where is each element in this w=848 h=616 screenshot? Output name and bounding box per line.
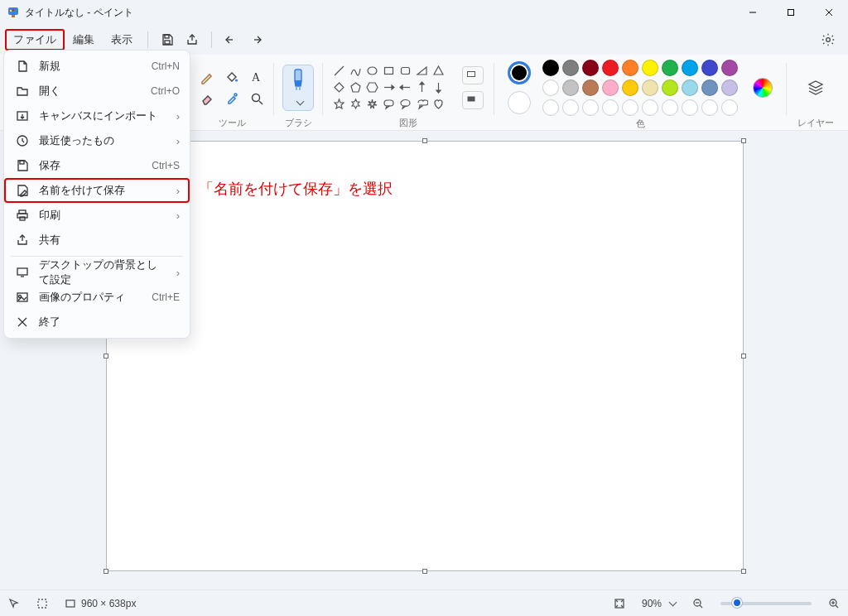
fit-to-window-button[interactable] [614,598,625,609]
color-swatch[interactable] [682,79,698,96]
fill-tool-icon[interactable] [224,69,240,85]
share-icon[interactable] [180,27,205,52]
menu-item-import[interactable]: キャンバスにインポート › [4,103,190,128]
menu-item-exit[interactable]: 終了 [4,310,190,334]
color-swatch[interactable] [562,60,579,76]
menu-file[interactable]: ファイル [5,29,65,51]
zoom-slider[interactable] [720,602,812,605]
color-swatch[interactable] [721,60,738,76]
resize-handle[interactable] [104,354,108,359]
resize-handle[interactable] [741,569,746,574]
color-swatch[interactable] [622,99,638,116]
resize-handle[interactable] [741,354,746,359]
color-swatch[interactable] [582,99,599,116]
ribbon-label-tools: ツール [219,115,246,128]
color-swatch[interactable] [701,79,718,96]
pencil-tool-icon[interactable] [199,69,215,85]
color-swatch[interactable] [682,60,698,76]
zoom-out-button[interactable] [692,598,704,609]
ribbon-group-shapes: 図形 [325,56,492,130]
color-swatch[interactable] [582,79,599,96]
color-swatch[interactable] [701,60,718,76]
chevron-down-icon [667,598,676,609]
ribbon-label-shapes: 図形 [399,115,417,128]
color2-swatch[interactable] [508,91,531,114]
edit-colors-button[interactable] [753,78,773,98]
color-swatch[interactable] [622,60,638,76]
color-swatch[interactable] [562,99,579,116]
save-icon [16,159,29,172]
color-swatch[interactable] [642,99,658,116]
resize-handle[interactable] [422,569,427,574]
svg-marker-39 [386,106,389,108]
settings-button[interactable] [813,25,843,55]
shape-fill-dropdown[interactable] [462,91,484,109]
layers-button[interactable] [795,79,836,97]
color-swatch[interactable] [662,99,678,116]
resize-handle[interactable] [104,569,108,574]
menu-item-save[interactable]: 保存 Ctrl+S [4,153,190,178]
menu-view[interactable]: 表示 [103,29,141,51]
color-swatch[interactable] [662,60,678,76]
shape-outline-dropdown[interactable] [462,66,484,84]
close-button[interactable] [810,0,848,25]
color-swatch[interactable] [602,79,619,96]
color1-swatch[interactable] [508,61,531,84]
color-swatch[interactable] [642,60,658,76]
resize-handle[interactable] [741,138,746,143]
redo-icon[interactable] [243,27,268,52]
slider-knob[interactable] [732,598,742,608]
color-swatch[interactable] [562,79,579,96]
menu-item-save-as[interactable]: 名前を付けて保存 › [4,178,190,203]
color-swatch[interactable] [721,79,738,96]
menu-item-share[interactable]: 共有 [4,228,190,253]
desktop-icon [16,266,29,279]
ribbon-label-color: 色 [636,116,645,129]
chevron-down-icon [294,96,303,108]
color-swatch[interactable] [721,99,738,116]
resize-handle[interactable] [422,138,427,143]
svg-marker-24 [335,83,344,92]
magnifier-tool-icon[interactable] [248,90,265,107]
color-swatch[interactable] [582,60,599,76]
picker-tool-icon[interactable] [224,90,240,107]
color-swatch[interactable] [542,99,559,116]
menu-item-open[interactable]: 開く Ctrl+O [4,79,190,103]
canvas[interactable] [106,141,744,571]
brush-dropdown[interactable] [282,65,314,111]
color-swatch[interactable] [642,79,658,96]
color-swatch[interactable] [542,60,559,76]
save-icon[interactable] [155,27,180,52]
minimize-button[interactable] [734,0,772,25]
menu-item-properties[interactable]: 画像のプロパティ Ctrl+E [4,285,190,310]
text-tool-icon[interactable]: A [248,69,265,85]
svg-point-4 [15,10,17,12]
menu-item-print[interactable]: 印刷 › [4,203,190,228]
color-swatch[interactable] [602,60,619,76]
color-swatch[interactable] [682,99,698,116]
svg-marker-37 [368,99,377,108]
svg-point-15 [253,94,260,101]
zoom-level[interactable]: 90% [642,598,676,609]
color-swatch[interactable] [602,99,619,116]
undo-icon[interactable] [219,27,243,52]
shapes-gallery[interactable] [331,64,446,112]
file-icon [16,60,29,73]
chevron-right-icon: › [176,185,180,197]
eraser-tool-icon[interactable] [199,90,215,107]
color-swatch[interactable] [662,79,678,96]
zoom-in-button[interactable] [828,598,840,609]
color-swatch[interactable] [701,99,718,116]
menu-item-new[interactable]: 新規 Ctrl+N [4,54,190,79]
color-swatch[interactable] [542,79,559,96]
svg-marker-32 [420,82,424,84]
color-palette-row3 [542,99,738,116]
menu-item-set-background[interactable]: デスクトップの背景として設定 › [4,260,190,285]
svg-point-2 [10,10,12,12]
menu-edit[interactable]: 編集 [65,29,103,51]
maximize-button[interactable] [772,0,810,25]
svg-rect-17 [295,70,301,81]
svg-point-3 [12,9,14,11]
menu-item-recent[interactable]: 最近使ったもの › [4,128,190,153]
color-swatch[interactable] [622,79,638,96]
